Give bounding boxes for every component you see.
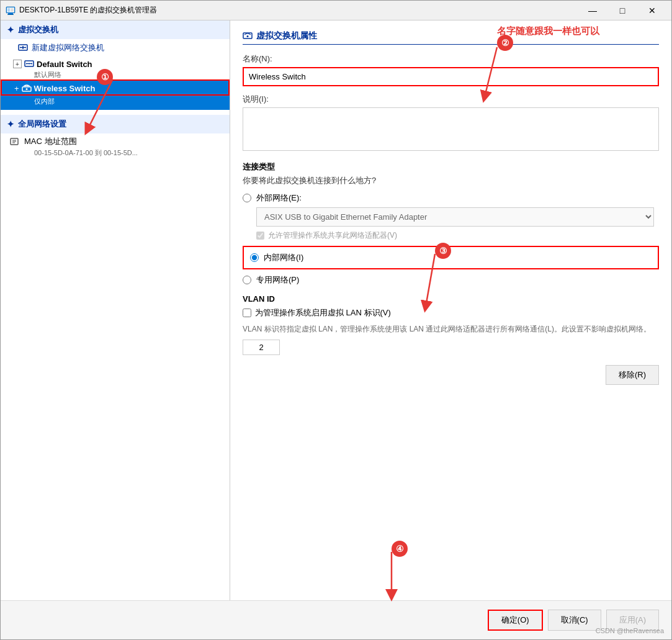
new-switch-icon	[18, 43, 28, 53]
app-icon	[6, 6, 16, 16]
remove-button-row: 移除(R)	[243, 365, 659, 385]
external-network-radio-item: 外部网络(E):	[243, 192, 659, 204]
mac-address-label: MAC 地址范围	[24, 136, 77, 147]
virtual-switch-section-header: ✦ 虚拟交换机	[1, 20, 230, 39]
allow-management-row: 允许管理操作系统共享此网络适配器(V)	[256, 230, 659, 241]
ok-button[interactable]: 确定(O)	[488, 610, 543, 631]
annotation-4: ④	[392, 541, 408, 557]
new-virtual-switch-item[interactable]: 新建虚拟网络交换机	[1, 39, 230, 56]
svg-point-8	[20, 47, 21, 48]
svg-rect-4	[7, 8, 10, 12]
global-star-icon: ✦	[7, 119, 14, 129]
connection-type-title: 连接类型	[243, 161, 659, 173]
svg-point-14	[26, 63, 27, 65]
annotation-3: ③	[435, 243, 451, 259]
private-network-radio[interactable]	[243, 276, 251, 284]
internal-network-label: 内部网络(I)	[264, 252, 303, 263]
svg-line-27	[426, 254, 435, 307]
close-button[interactable]: ✕	[638, 1, 666, 20]
default-switch-icon	[24, 59, 34, 69]
new-switch-label: 新建虚拟网络交换机	[32, 42, 104, 53]
adapter-dropdown[interactable]: ASIX USB to Gigabit Ethernet Family Adap…	[256, 207, 654, 227]
connection-type-desc: 你要将此虚拟交换机连接到什么地方?	[243, 175, 659, 186]
main-window: DESKTOP-1LB59TE 的虚拟交换机管理器 — □ ✕ ✦ 虚拟交换机	[0, 0, 672, 640]
svg-line-25	[87, 80, 112, 130]
default-switch-label: Default Switch	[37, 60, 92, 69]
vlan-checkbox[interactable]	[243, 309, 251, 317]
vlan-checkbox-label: 为管理操作系统启用虚拟 LAN 标识(V)	[255, 307, 391, 318]
name-field-label: 名称(N):	[243, 53, 659, 65]
remove-button[interactable]: 移除(R)	[606, 365, 659, 385]
maximize-button[interactable]: □	[608, 1, 637, 20]
svg-rect-5	[11, 8, 14, 12]
arrow-3-svg	[410, 248, 472, 322]
note-text: 名字随意跟我一样也可以	[497, 25, 599, 37]
svg-point-16	[29, 63, 30, 65]
annotation-1: ①	[97, 69, 113, 85]
star-icon: ✦	[7, 25, 14, 35]
external-network-label: 外部网络(E):	[256, 192, 302, 204]
svg-rect-1	[8, 13, 13, 14]
mac-address-value: 00-15-5D-0A-71-00 到 00-15-5D...	[1, 148, 230, 158]
title-bar: DESKTOP-1LB59TE 的虚拟交换机管理器 — □ ✕	[1, 1, 671, 20]
default-switch-group[interactable]: + Default Switch	[1, 56, 230, 70]
vlan-description: VLAN 标识符指定虚拟 LAN，管理操作系统使用该 LAN 通过此网络适配器进…	[243, 323, 659, 335]
private-network-label: 专用网络(P)	[256, 274, 299, 286]
cancel-button[interactable]: 取消(C)	[548, 610, 601, 631]
window-title: DESKTOP-1LB59TE 的虚拟交换机管理器	[19, 5, 578, 16]
arrow-2-svg	[472, 41, 534, 109]
name-input[interactable]	[243, 67, 659, 86]
svg-point-15	[31, 63, 32, 65]
allow-management-label: 允许管理操作系统共享此网络适配器(V)	[268, 230, 397, 241]
minimize-button[interactable]: —	[578, 1, 607, 20]
global-network-label: 全局网络设置	[18, 119, 66, 130]
virtual-switch-label: 虚拟交换机	[18, 24, 58, 35]
props-header-text: 虚拟交换机属性	[256, 30, 317, 42]
allow-management-checkbox	[256, 232, 264, 240]
svg-point-9	[25, 47, 26, 48]
props-icon	[243, 31, 253, 41]
window-controls: — □ ✕	[578, 1, 666, 20]
watermark: CSDN @theRavensea	[596, 627, 664, 634]
arrow-1-svg	[75, 74, 150, 148]
description-field-label: 说明(I):	[243, 94, 659, 105]
svg-line-26	[485, 47, 497, 97]
expand-wireless-switch[interactable]: +	[14, 84, 19, 93]
bottom-buttons: 确定(O) 取消(C) 应用(A)	[1, 600, 671, 639]
svg-rect-2	[7, 14, 14, 15]
external-network-radio[interactable]	[243, 194, 251, 202]
mac-icon	[9, 137, 19, 146]
svg-point-24	[247, 35, 249, 37]
vlan-input[interactable]	[243, 340, 280, 355]
svg-point-18	[25, 88, 27, 90]
description-textarea[interactable]	[243, 107, 659, 151]
expand-default-switch[interactable]: +	[13, 60, 22, 68]
internal-network-radio[interactable]	[250, 253, 259, 262]
wireless-switch-icon	[22, 83, 32, 93]
